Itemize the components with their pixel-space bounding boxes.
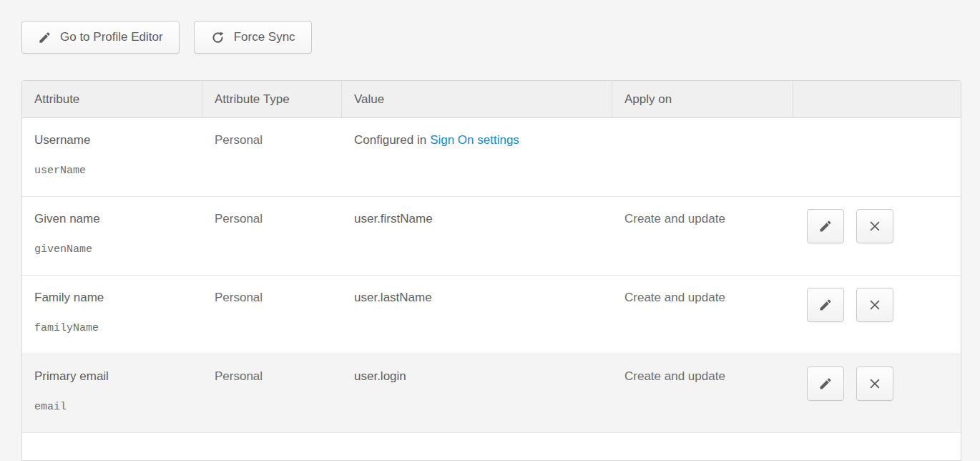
edit-attribute-button[interactable]: [807, 367, 844, 401]
attribute-variable-name: email: [34, 401, 190, 414]
toolbar: Go to Profile Editor Force Sync: [21, 21, 312, 54]
value-cell: user.login: [342, 354, 612, 432]
attribute-variable-name: userName: [34, 165, 190, 178]
attribute-type-cell: Personal: [202, 354, 342, 432]
delete-attribute-button[interactable]: [856, 209, 893, 243]
table-row-primary-email: Primary email email Personal user.login …: [22, 354, 961, 433]
delete-attribute-button[interactable]: [856, 367, 893, 401]
table-header-row: Attribute Attribute Type Value Apply on: [22, 81, 961, 118]
attribute-label: Family name: [34, 290, 190, 305]
attribute-type-label: Personal: [215, 369, 263, 383]
pencil-icon: [38, 31, 52, 44]
attribute-variable-name: givenName: [34, 243, 190, 257]
apply-on-label: Create and update: [624, 291, 725, 304]
apply-on-label: Create and update: [624, 212, 725, 225]
pencil-icon: [818, 377, 833, 391]
attribute-type-cell: Personal: [202, 118, 342, 196]
apply-on-cell: [612, 118, 793, 196]
pencil-icon: [818, 298, 833, 312]
value-prefix-text: Configured in: [354, 133, 426, 147]
header-actions: [793, 81, 961, 117]
value-cell: Configured inSign On settings: [342, 118, 612, 196]
apply-on-cell: Create and update: [612, 197, 793, 275]
value-cell: user.firstName: [342, 197, 612, 275]
header-apply-on: Apply on: [612, 81, 793, 117]
actions-cell: [793, 118, 961, 196]
delete-attribute-button[interactable]: [856, 288, 893, 322]
edit-attribute-button[interactable]: [807, 288, 844, 322]
apply-on-cell: Create and update: [612, 354, 793, 432]
attribute-type-label: Personal: [215, 291, 263, 304]
go-to-profile-editor-label: Go to Profile Editor: [60, 30, 163, 44]
attribute-cell: Given name givenName: [22, 197, 202, 275]
apply-on-cell: Create and update: [612, 276, 793, 354]
attribute-label: Given name: [34, 211, 190, 226]
attribute-cell: Primary email email: [22, 354, 202, 432]
value-text: user.firstName: [354, 212, 433, 225]
table-row-partial: [22, 433, 961, 461]
close-icon: [868, 219, 882, 233]
attribute-cell: Family name familyName: [22, 276, 202, 354]
sign-on-settings-link[interactable]: Sign On settings: [430, 133, 519, 147]
table-row-given-name: Given name givenName Personal user.first…: [22, 197, 961, 276]
value-text: user.login: [354, 369, 406, 383]
value-text: user.lastName: [354, 291, 432, 304]
pencil-icon: [818, 219, 833, 233]
attribute-label: Username: [34, 132, 190, 147]
edit-attribute-button[interactable]: [807, 209, 844, 243]
attribute-type-label: Personal: [215, 133, 263, 147]
table-row-username: Username userName Personal Configured in…: [22, 118, 961, 197]
refresh-icon: [210, 30, 225, 45]
value-cell: user.lastName: [342, 276, 612, 354]
header-attribute-type: Attribute Type: [202, 81, 342, 117]
force-sync-button[interactable]: Force Sync: [194, 21, 312, 54]
table-row-family-name: Family name familyName Personal user.las…: [22, 276, 961, 354]
attribute-type-cell: Personal: [202, 197, 342, 275]
actions-cell: [793, 197, 961, 275]
attribute-type-cell: Personal: [202, 276, 342, 354]
attribute-cell: Username userName: [22, 118, 202, 196]
attribute-type-label: Personal: [215, 212, 263, 225]
header-attribute: Attribute: [22, 81, 202, 117]
attribute-variable-name: familyName: [34, 322, 190, 336]
attribute-mapping-table: Attribute Attribute Type Value Apply on …: [21, 80, 961, 461]
go-to-profile-editor-button[interactable]: Go to Profile Editor: [21, 21, 180, 54]
force-sync-label: Force Sync: [234, 30, 295, 44]
close-icon: [868, 298, 882, 312]
actions-cell: [793, 276, 961, 354]
close-icon: [868, 377, 882, 391]
actions-cell: [793, 354, 961, 432]
header-value: Value: [342, 81, 612, 117]
apply-on-label: Create and update: [624, 369, 725, 383]
attribute-label: Primary email: [34, 369, 190, 384]
